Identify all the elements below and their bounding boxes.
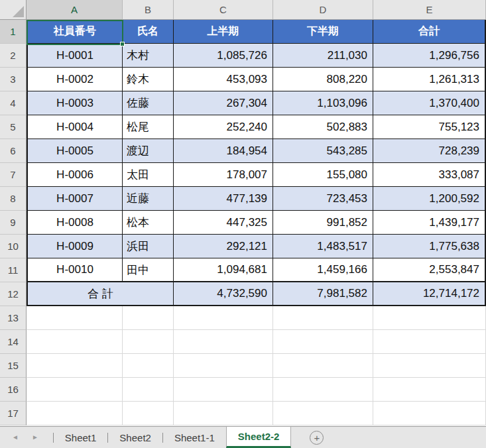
- column-header-C[interactable]: C: [174, 0, 273, 20]
- cell-A12-merged-total-label[interactable]: 合 計: [27, 282, 174, 306]
- cell-E5[interactable]: 755,123: [373, 115, 486, 139]
- cell-B3[interactable]: 鈴木: [123, 68, 174, 91]
- cell-A3[interactable]: H-0002: [27, 68, 123, 91]
- sheet-tab-sheet1-1[interactable]: Sheet1-1: [163, 427, 226, 448]
- cell-E3[interactable]: 1,261,313: [373, 68, 486, 91]
- cell-E7[interactable]: 333,087: [373, 163, 486, 187]
- cell-D6[interactable]: 543,285: [273, 139, 373, 163]
- cell-C17[interactable]: [174, 402, 273, 425]
- cell-A5[interactable]: H-0004: [27, 115, 123, 139]
- cell-A16[interactable]: [27, 378, 123, 402]
- cell-B11[interactable]: 田中: [123, 258, 174, 282]
- sheet-tab-sheet1[interactable]: Sheet1: [54, 427, 108, 448]
- cell-A11[interactable]: H-0010: [27, 258, 123, 282]
- row-header-10[interactable]: 10: [0, 235, 27, 258]
- row-header-15[interactable]: 15: [0, 354, 27, 378]
- cell-A7[interactable]: H-0006: [27, 163, 123, 187]
- select-all-corner[interactable]: [0, 0, 27, 20]
- column-header-E[interactable]: E: [373, 0, 486, 20]
- row-header-4[interactable]: 4: [0, 91, 27, 115]
- cell-B15[interactable]: [123, 354, 174, 378]
- column-header-A[interactable]: A: [27, 0, 123, 20]
- row-header-9[interactable]: 9: [0, 211, 27, 235]
- cell-D8[interactable]: 723,453: [273, 187, 373, 211]
- prev-sheet-arrow-icon[interactable]: ◄: [12, 434, 19, 441]
- cell-C7[interactable]: 178,007: [174, 163, 273, 187]
- cell-A17[interactable]: [27, 402, 123, 425]
- cell-E1[interactable]: 合計: [373, 20, 486, 44]
- cell-B4[interactable]: 佐藤: [123, 91, 174, 115]
- cell-E6[interactable]: 728,239: [373, 139, 486, 163]
- cell-B16[interactable]: [123, 378, 174, 402]
- cell-D7[interactable]: 155,080: [273, 163, 373, 187]
- cell-C6[interactable]: 184,954: [174, 139, 273, 163]
- cell-C16[interactable]: [174, 378, 273, 402]
- cell-E12[interactable]: 12,714,172: [373, 282, 486, 306]
- cell-C15[interactable]: [174, 354, 273, 378]
- cell-D2[interactable]: 211,030: [273, 44, 373, 68]
- cell-D10[interactable]: 1,483,517: [273, 235, 373, 258]
- cell-E14[interactable]: [373, 330, 486, 354]
- cell-B5[interactable]: 松尾: [123, 115, 174, 139]
- cell-E4[interactable]: 1,370,400: [373, 91, 486, 115]
- cell-B1[interactable]: 氏名: [123, 20, 174, 44]
- cell-D1[interactable]: 下半期: [273, 20, 373, 44]
- cell-A14[interactable]: [27, 330, 123, 354]
- cell-D5[interactable]: 502,883: [273, 115, 373, 139]
- cell-A15[interactable]: [27, 354, 123, 378]
- row-header-12[interactable]: 12: [0, 282, 27, 306]
- row-header-5[interactable]: 5: [0, 115, 27, 139]
- cell-D15[interactable]: [273, 354, 373, 378]
- cell-D11[interactable]: 1,459,166: [273, 258, 373, 282]
- cell-B10[interactable]: 浜田: [123, 235, 174, 258]
- cell-D9[interactable]: 991,852: [273, 211, 373, 235]
- cell-C3[interactable]: 453,093: [174, 68, 273, 91]
- cell-C8[interactable]: 477,139: [174, 187, 273, 211]
- cell-C5[interactable]: 252,240: [174, 115, 273, 139]
- cell-B17[interactable]: [123, 402, 174, 425]
- cell-A4[interactable]: H-0003: [27, 91, 123, 115]
- cell-B6[interactable]: 渡辺: [123, 139, 174, 163]
- cell-D3[interactable]: 808,220: [273, 68, 373, 91]
- cell-B7[interactable]: 太田: [123, 163, 174, 187]
- cell-C2[interactable]: 1,085,726: [174, 44, 273, 68]
- sheet-tab-sheet2-2[interactable]: Sheet2-2: [226, 427, 292, 448]
- cell-E16[interactable]: [373, 378, 486, 402]
- cell-C12[interactable]: 4,732,590: [174, 282, 273, 306]
- cell-D14[interactable]: [273, 330, 373, 354]
- cell-C1[interactable]: 上半期: [174, 20, 273, 44]
- cell-A9[interactable]: H-0008: [27, 211, 123, 235]
- cell-E17[interactable]: [373, 402, 486, 425]
- cell-C10[interactable]: 292,121: [174, 235, 273, 258]
- row-header-1[interactable]: 1: [0, 20, 27, 44]
- cell-D12[interactable]: 7,981,582: [273, 282, 373, 306]
- cell-A10[interactable]: H-0009: [27, 235, 123, 258]
- cell-E15[interactable]: [373, 354, 486, 378]
- row-header-8[interactable]: 8: [0, 187, 27, 211]
- row-header-13[interactable]: 13: [0, 306, 27, 330]
- cell-E10[interactable]: 1,775,638: [373, 235, 486, 258]
- row-header-6[interactable]: 6: [0, 139, 27, 163]
- cell-A1[interactable]: 社員番号: [27, 20, 123, 44]
- cell-D16[interactable]: [273, 378, 373, 402]
- cell-B14[interactable]: [123, 330, 174, 354]
- cell-C9[interactable]: 447,325: [174, 211, 273, 235]
- cell-E13[interactable]: [373, 306, 486, 330]
- cell-B2[interactable]: 木村: [123, 44, 174, 68]
- cell-C13[interactable]: [174, 306, 273, 330]
- cell-A13[interactable]: [27, 306, 123, 330]
- cell-B9[interactable]: 松本: [123, 211, 174, 235]
- add-sheet-button[interactable]: +: [310, 431, 324, 445]
- column-header-B[interactable]: B: [123, 0, 174, 20]
- cell-C4[interactable]: 267,304: [174, 91, 273, 115]
- cell-E9[interactable]: 1,439,177: [373, 211, 486, 235]
- cell-E8[interactable]: 1,200,592: [373, 187, 486, 211]
- cell-A8[interactable]: H-0007: [27, 187, 123, 211]
- cell-E2[interactable]: 1,296,756: [373, 44, 486, 68]
- cell-B13[interactable]: [123, 306, 174, 330]
- row-header-14[interactable]: 14: [0, 330, 27, 354]
- row-header-17[interactable]: 17: [0, 402, 27, 425]
- row-header-2[interactable]: 2: [0, 44, 27, 68]
- cell-A6[interactable]: H-0005: [27, 139, 123, 163]
- row-header-3[interactable]: 3: [0, 68, 27, 91]
